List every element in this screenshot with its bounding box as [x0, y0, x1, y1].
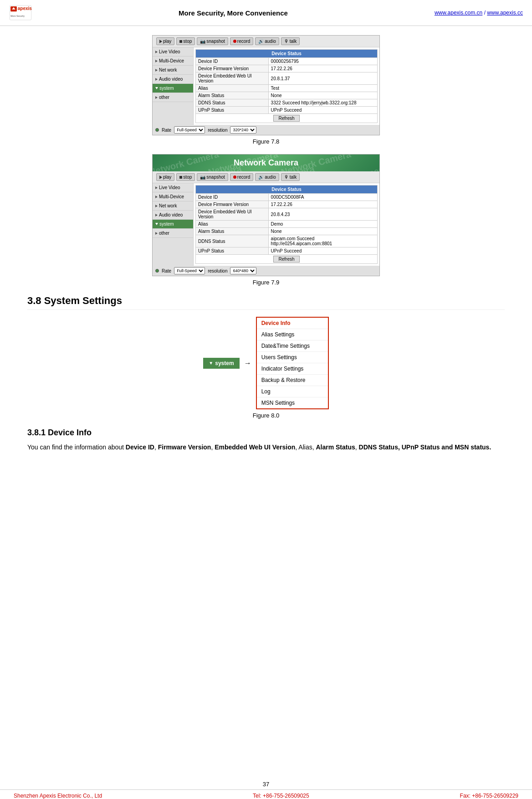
- table-row: Device Embedded Web UI Version 20.8.1.37: [196, 72, 378, 85]
- system-btn-area: ▼ system: [203, 358, 239, 369]
- record-button-79[interactable]: record: [230, 173, 253, 181]
- sidebar-audio-video-79[interactable]: Audio video: [153, 211, 193, 220]
- sidebar-net-work-78[interactable]: Net work: [153, 66, 193, 75]
- expand-icon: [155, 96, 158, 99]
- record-icon: [233, 175, 236, 179]
- header-links[interactable]: www.apexis.com.cn / www.apexis.cc: [435, 10, 523, 16]
- stop-button-79[interactable]: stop: [176, 173, 195, 181]
- sidebar-multi-device-78[interactable]: Multi-Device: [153, 57, 193, 66]
- section-381-heading: 3.8.1 Device Info: [27, 428, 505, 438]
- table-row: Device Firmware Version 17.22.2.26: [196, 201, 378, 208]
- table-row: UPnP Status UPnP Succeed: [196, 247, 378, 255]
- expand-icon: [155, 214, 158, 217]
- arrow-right-icon: →: [244, 359, 251, 367]
- cam-sidebar-79: Live Video Multi-Device Net work Au: [153, 183, 194, 266]
- table-row: DDNS Status 3322 Succeed http://jerryjwb…: [196, 99, 378, 107]
- menu-item-device-info[interactable]: Device Info: [257, 318, 328, 329]
- table-row: DDNS Status aipcam.com Succeed http://e0…: [196, 235, 378, 247]
- link1[interactable]: www.apexis.com.cn: [435, 10, 482, 16]
- refresh-button-78[interactable]: Refresh: [273, 115, 299, 122]
- play-icon: [159, 40, 162, 43]
- section-38-heading: 3.8 System Settings: [27, 295, 505, 310]
- audio-icon: 🔊: [258, 39, 264, 44]
- play-icon: [159, 175, 162, 179]
- figure-80-container: ▼ system → Device Info Alias Settings Da…: [27, 317, 505, 419]
- sidebar-system-79[interactable]: system: [153, 220, 193, 229]
- resolution-select-79[interactable]: 640*480: [230, 267, 256, 274]
- play-button-78[interactable]: play: [156, 37, 174, 45]
- record-icon: [233, 40, 236, 43]
- sidebar-live-video-78[interactable]: Live Video: [153, 47, 193, 57]
- collapse-icon: [155, 87, 158, 89]
- table-row: Device Embedded Web UI Version 20.8.4.23: [196, 208, 378, 221]
- camera-body-78: Live Video Multi-Device Net work Audio v…: [153, 47, 379, 125]
- footer-company: Shenzhen Apexis Electronic Co., Ltd: [14, 793, 102, 799]
- talk-icon: 🎙: [284, 39, 289, 44]
- audio-button-78[interactable]: 🔊 audio: [255, 37, 279, 45]
- rate-select-79[interactable]: Full-Speed: [174, 267, 205, 274]
- collapse-icon: [155, 223, 158, 225]
- bold-firmware-version: Firmware Version: [158, 443, 211, 451]
- sidebar-system-78[interactable]: system: [153, 84, 193, 93]
- snapshot-button-79[interactable]: 📷 snapshot: [197, 173, 228, 181]
- camera-inner-79: play stop 📷 snapshot record: [153, 171, 379, 276]
- footer-info: Shenzhen Apexis Electronic Co., Ltd Tel:…: [0, 789, 532, 799]
- table-row: Device ID 000DC5D008FA: [196, 194, 378, 201]
- sidebar-other-78[interactable]: other: [153, 93, 193, 102]
- logo-area: apexis More Security: [9, 4, 32, 22]
- camera-icon: 📷: [200, 39, 205, 44]
- sidebar-multi-device-79[interactable]: Multi-Device: [153, 192, 193, 201]
- stop-button-78[interactable]: stop: [176, 37, 195, 45]
- talk-button-79[interactable]: 🎙 talk: [281, 173, 300, 181]
- device-status-table-79: Device Status Device ID 000DC5D008FA Dev…: [195, 185, 378, 264]
- refresh-button-79[interactable]: Refresh: [273, 256, 299, 263]
- network-cam-bg: Network Camera Network Camera Network Ca…: [153, 155, 379, 171]
- expand-icon: [155, 78, 158, 81]
- table-row: UPnP Status UPnP Succeed: [196, 107, 378, 114]
- sidebar-other-79[interactable]: other: [153, 229, 193, 238]
- resolution-select-78[interactable]: 320*240: [230, 126, 256, 134]
- play-button-79[interactable]: play: [156, 173, 174, 181]
- menu-item-indicator-settings[interactable]: Indicator Settings: [257, 363, 328, 375]
- menu-item-users-settings[interactable]: Users Settings: [257, 352, 328, 363]
- menu-item-backup-restore[interactable]: Backup & Restore: [257, 375, 328, 386]
- menu-item-datetime-settings[interactable]: Date&Time Settings: [257, 340, 328, 352]
- system-button[interactable]: ▼ system: [203, 358, 239, 369]
- bold-embedded-web-ui: Embedded Web UI Version: [215, 443, 295, 451]
- svg-text:More Security: More Security: [10, 15, 25, 17]
- table-row: Alias Test: [196, 85, 378, 92]
- expand-icon: [155, 196, 158, 198]
- stop-icon: [179, 176, 182, 179]
- record-button-78[interactable]: record: [230, 37, 253, 45]
- camera-toolbar-78: play stop 📷 snapshot record 🔊 audio: [153, 36, 379, 47]
- footer-tel: Tel: +86-755-26509025: [253, 793, 309, 799]
- talk-icon: 🎙: [284, 175, 289, 180]
- talk-button-78[interactable]: 🎙 talk: [281, 37, 300, 45]
- bold-alarm-status: Alarm Status: [316, 443, 355, 451]
- menu-item-alias-settings[interactable]: Alias Settings: [257, 329, 328, 340]
- menu-item-msn-settings[interactable]: MSN Settings: [257, 397, 328, 408]
- link2[interactable]: www.apexis.cc: [487, 10, 523, 16]
- network-camera-title: Network Camera: [153, 157, 379, 171]
- section-381-body: You can find the information about Devic…: [27, 442, 505, 452]
- sidebar-net-work-79[interactable]: Net work: [153, 201, 193, 211]
- page-header: apexis More Security More Security, More…: [0, 0, 532, 26]
- apexis-logo: apexis More Security: [9, 4, 32, 22]
- cam-bottom-79: Rate Full-Speed resolution 640*480: [153, 266, 379, 276]
- page-content: play stop 📷 snapshot record 🔊 audio: [0, 26, 532, 466]
- audio-button-79[interactable]: 🔊 audio: [255, 173, 279, 181]
- footer-fax: Fax: +86-755-26509229: [460, 793, 518, 799]
- sidebar-live-video-79[interactable]: Live Video: [153, 183, 193, 192]
- camera-ui-78: play stop 📷 snapshot record 🔊 audio: [152, 35, 380, 135]
- figure-80-caption: Figure 8.0: [253, 412, 280, 419]
- stop-icon: [179, 40, 182, 43]
- audio-icon: 🔊: [258, 175, 264, 180]
- radio-dot: [155, 128, 159, 132]
- sidebar-audio-video-78[interactable]: Audio video: [153, 75, 193, 84]
- table-title-79: Device Status: [196, 186, 378, 194]
- table-row: Alias Demo: [196, 221, 378, 228]
- snapshot-button-78[interactable]: 📷 snapshot: [197, 37, 228, 45]
- figure-79-container: Network Camera Network Camera Network Ca…: [27, 154, 505, 286]
- rate-select-78[interactable]: Full-Speed: [174, 126, 205, 134]
- menu-item-log[interactable]: Log: [257, 386, 328, 397]
